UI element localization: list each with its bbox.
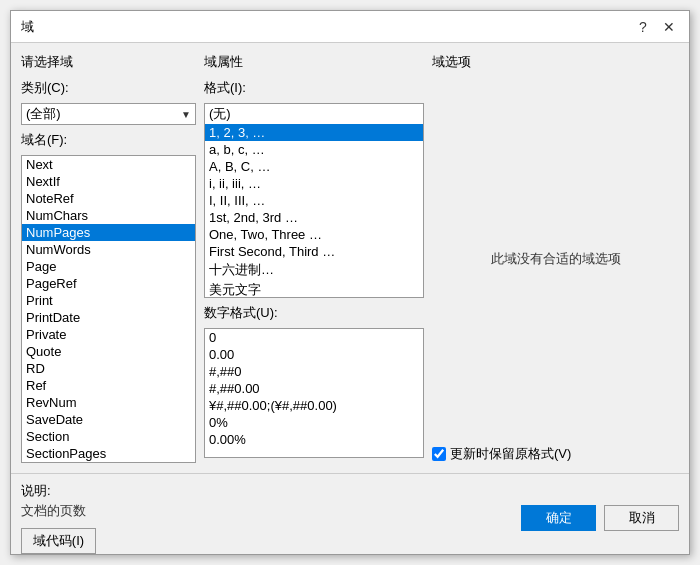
field-name-item[interactable]: Section — [22, 428, 195, 445]
number-format-item[interactable]: 0% — [205, 414, 423, 431]
field-name-item[interactable]: Next — [22, 156, 195, 173]
format-label: 格式(I): — [204, 79, 424, 97]
title-bar: 域 ? ✕ — [11, 11, 689, 43]
format-item[interactable]: (无) — [205, 104, 423, 124]
dialog-window: 域 ? ✕ 请选择域 类别(C): (全部) ▼ 域名(F): NextNext… — [10, 10, 690, 555]
preserve-format-label[interactable]: 更新时保留原格式(V) — [450, 445, 571, 463]
description-section: 说明: 文档的页数 域代码(I) — [21, 482, 96, 554]
number-format-item[interactable]: 0.00% — [205, 431, 423, 448]
field-name-label: 域名(F): — [21, 131, 196, 149]
number-format-list[interactable]: 00.00#,##0#,##0.00¥#,##0.00;(¥#,##0.00)0… — [204, 328, 424, 458]
format-item[interactable]: A, B, C, … — [205, 158, 423, 175]
bottom-buttons: 确定 取消 — [521, 505, 679, 531]
cancel-button[interactable]: 取消 — [604, 505, 679, 531]
format-item[interactable]: i, ii, iii, … — [205, 175, 423, 192]
format-item[interactable]: First Second, Third … — [205, 243, 423, 260]
field-name-item[interactable]: Page — [22, 258, 195, 275]
field-name-item[interactable]: NumWords — [22, 241, 195, 258]
dropdown-arrow-icon: ▼ — [181, 109, 191, 120]
field-name-list[interactable]: NextNextIfNoteRefNumCharsNumPagesNumWord… — [21, 155, 196, 463]
preserve-format-checkbox[interactable] — [432, 447, 446, 461]
field-name-item[interactable]: RevNum — [22, 394, 195, 411]
field-name-item[interactable]: Private — [22, 326, 195, 343]
format-item[interactable]: 1st, 2nd, 3rd … — [205, 209, 423, 226]
field-name-item[interactable]: SaveDate — [22, 411, 195, 428]
number-format-item[interactable]: 0 — [205, 329, 423, 346]
number-format-item[interactable]: ¥#,##0.00;(¥#,##0.00) — [205, 397, 423, 414]
bottom-bar: 说明: 文档的页数 域代码(I) 确定 取消 — [11, 473, 689, 562]
format-item[interactable]: 十六进制… — [205, 260, 423, 280]
field-name-item[interactable]: NumChars — [22, 207, 195, 224]
ok-button[interactable]: 确定 — [521, 505, 596, 531]
format-item[interactable]: One, Two, Three … — [205, 226, 423, 243]
number-format-label: 数字格式(U): — [204, 304, 424, 322]
field-name-item[interactable]: SectionPages — [22, 445, 195, 462]
category-dropdown[interactable]: (全部) ▼ — [21, 103, 196, 125]
title-bar-buttons: ? ✕ — [633, 17, 679, 37]
field-name-item[interactable]: PageRef — [22, 275, 195, 292]
field-name-item[interactable]: Print — [22, 292, 195, 309]
format-list[interactable]: (无)1, 2, 3, …a, b, c, …A, B, C, …i, ii, … — [204, 103, 424, 298]
field-name-item[interactable]: NoteRef — [22, 190, 195, 207]
field-name-item[interactable]: Ref — [22, 377, 195, 394]
category-value: (全部) — [26, 105, 61, 123]
no-options-message: 此域没有合适的域选项 — [432, 81, 679, 437]
format-item[interactable]: a, b, c, … — [205, 141, 423, 158]
left-panel-title: 请选择域 — [21, 53, 196, 71]
field-name-item[interactable]: PrintDate — [22, 309, 195, 326]
close-button[interactable]: ✕ — [659, 17, 679, 37]
right-panel-title: 域选项 — [432, 53, 471, 71]
middle-panel: 域属性 格式(I): (无)1, 2, 3, …a, b, c, …A, B, … — [204, 53, 424, 463]
number-format-item[interactable]: #,##0 — [205, 363, 423, 380]
field-name-item[interactable]: NumPages — [22, 224, 195, 241]
right-panel: 域选项 此域没有合适的域选项 更新时保留原格式(V) — [432, 53, 679, 463]
field-name-item[interactable]: NextIf — [22, 173, 195, 190]
field-name-item[interactable]: Quote — [22, 343, 195, 360]
category-label: 类别(C): — [21, 79, 196, 97]
format-item[interactable]: 美元文字 — [205, 280, 423, 298]
number-format-item[interactable]: #,##0.00 — [205, 380, 423, 397]
left-panel: 请选择域 类别(C): (全部) ▼ 域名(F): NextNextIfNote… — [21, 53, 196, 463]
preserve-format-row: 更新时保留原格式(V) — [432, 445, 571, 463]
dialog-title: 域 — [21, 18, 34, 36]
format-item[interactable]: I, II, III, … — [205, 192, 423, 209]
format-item[interactable]: 1, 2, 3, … — [205, 124, 423, 141]
field-code-button[interactable]: 域代码(I) — [21, 528, 96, 554]
description-text: 文档的页数 — [21, 502, 96, 520]
dialog-body: 请选择域 类别(C): (全部) ▼ 域名(F): NextNextIfNote… — [11, 43, 689, 473]
help-button[interactable]: ? — [633, 17, 653, 37]
number-format-item[interactable]: 0.00 — [205, 346, 423, 363]
field-name-item[interactable]: RD — [22, 360, 195, 377]
description-label: 说明: — [21, 482, 96, 500]
middle-panel-title: 域属性 — [204, 53, 424, 71]
